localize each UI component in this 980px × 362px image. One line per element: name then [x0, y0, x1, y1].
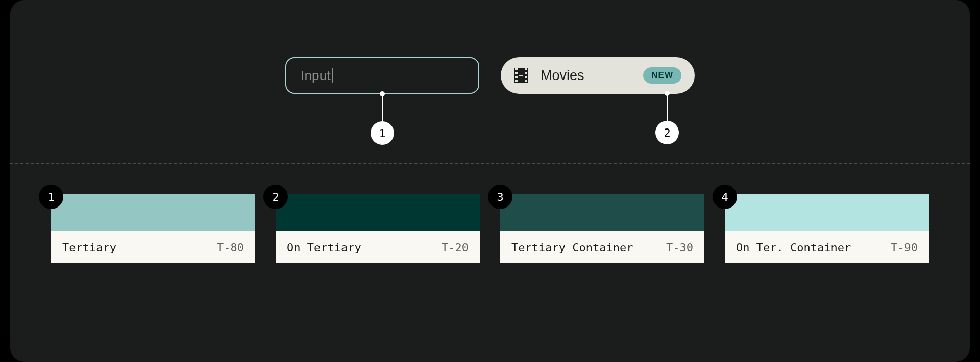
swatch-card: 4 On Ter. Container T-90 — [725, 194, 929, 263]
callout-line-1: 1 — [382, 94, 383, 121]
swatch-name: Tertiary — [62, 241, 116, 254]
swatch-tone: T-20 — [442, 241, 469, 254]
swatch-index: 2 — [263, 185, 288, 209]
swatch-meta: On Ter. Container T-90 — [725, 231, 929, 263]
movie-icon — [514, 68, 528, 83]
color-swatch — [725, 194, 929, 231]
color-swatch — [51, 194, 255, 231]
swatch-name: Tertiary Container — [511, 241, 633, 254]
example-chip: Movies NEW 2 — [501, 57, 695, 94]
swatch-card: 2 On Tertiary T-20 — [276, 194, 480, 263]
component-examples: Input 1 Movies NEW 2 — [10, 57, 970, 94]
swatch-tone: T-30 — [666, 241, 693, 254]
example-text-field: Input 1 — [285, 57, 479, 94]
new-badge: NEW — [643, 67, 681, 84]
text-caret — [332, 68, 333, 83]
swatch-meta: Tertiary T-80 — [51, 231, 255, 263]
swatch-index: 4 — [713, 185, 737, 209]
page: Input 1 Movies NEW 2 — [10, 0, 970, 362]
callout-bubble: 1 — [371, 121, 394, 145]
swatch-tone: T-80 — [217, 241, 244, 254]
callout-dot — [380, 91, 385, 96]
text-field-label: Input — [301, 68, 331, 84]
swatch-row: 1 Tertiary T-80 2 On Tertiary T-20 3 Ter… — [51, 194, 929, 263]
swatch-meta: On Tertiary T-20 — [276, 231, 480, 263]
callout-dot — [665, 91, 670, 96]
swatch-card: 1 Tertiary T-80 — [51, 194, 255, 263]
callout-bubble: 2 — [655, 121, 679, 144]
swatch-name: On Tertiary — [287, 241, 361, 254]
swatch-name: On Ter. Container — [736, 241, 851, 254]
color-swatch — [276, 194, 480, 231]
swatch-index: 1 — [39, 185, 63, 209]
swatch-card: 3 Tertiary Container T-30 — [500, 194, 704, 263]
section-divider — [10, 163, 970, 164]
color-swatch — [500, 194, 704, 231]
text-field[interactable]: Input — [285, 57, 479, 94]
swatch-meta: Tertiary Container T-30 — [500, 231, 704, 263]
callout-line-2: 2 — [667, 93, 668, 121]
chip[interactable]: Movies NEW — [501, 57, 695, 94]
swatch-index: 3 — [488, 185, 512, 209]
swatch-tone: T-90 — [891, 241, 918, 254]
chip-label: Movies — [541, 68, 631, 84]
